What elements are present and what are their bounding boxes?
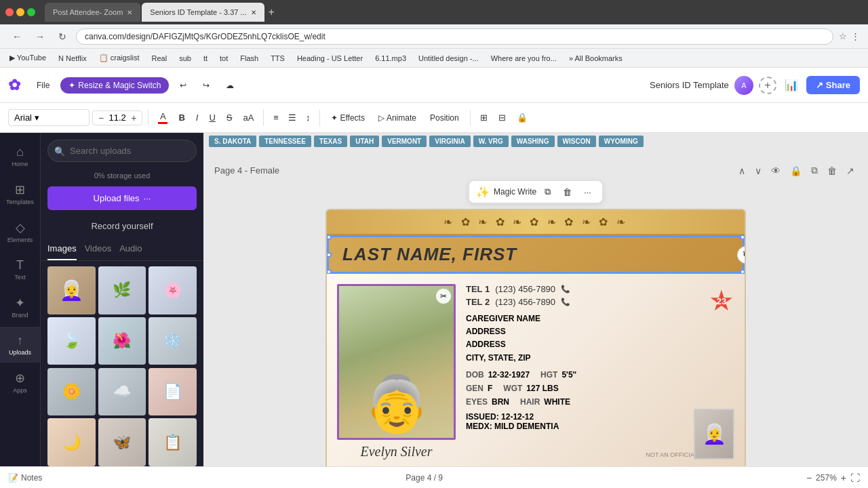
grid-btn[interactable]: ⊟ — [494, 110, 510, 125]
bookmark-where[interactable]: Where are you fro... — [487, 53, 561, 64]
text-color-btn[interactable]: A — [154, 108, 172, 127]
tab-1[interactable]: Post Attendee- Zoom ✕ — [45, 3, 140, 22]
thumb-7[interactable]: 🌼 — [47, 368, 96, 416]
bookmark-sub[interactable]: sub — [175, 53, 195, 64]
sidebar-elements-btn[interactable]: ◇ Elements — [0, 214, 40, 250]
thumb-11[interactable]: 🦋 — [98, 418, 146, 466]
thumb-6[interactable]: ❄️ — [149, 317, 197, 365]
font-size-increase[interactable]: + — [130, 113, 138, 123]
bookmark-flash[interactable]: Flash — [236, 53, 262, 64]
sidebar-uploads-btn[interactable]: ↑ Uploads — [0, 327, 40, 363]
animate-btn[interactable]: ▷ Animate — [373, 110, 422, 125]
tab-tennessee[interactable]: TENNESSEE — [259, 136, 311, 147]
page-4-copy[interactable]: ⧉ — [808, 163, 821, 178]
page-4-export[interactable]: ↗ — [844, 164, 857, 178]
reload-btn[interactable]: ↻ — [54, 30, 71, 43]
tab-virginia[interactable]: VIRGINIA — [429, 136, 470, 147]
page-4-up[interactable]: ∧ — [736, 164, 748, 178]
magic-write-label[interactable]: Magic Write — [494, 187, 536, 197]
sidebar-text-btn[interactable]: T Text — [0, 251, 40, 287]
bookmark-youtube[interactable]: ▶ YouTube — [5, 52, 50, 64]
thumb-9[interactable]: 📄 — [149, 368, 197, 416]
page-4-delete[interactable]: 🗑 — [825, 164, 840, 178]
more-page-btn[interactable]: ··· — [580, 184, 595, 200]
record-yourself-btn[interactable]: Record yourself — [41, 217, 203, 235]
share-btn[interactable]: ↗ Share — [806, 76, 860, 94]
tab-sdakota[interactable]: S. DAKOTA — [209, 136, 256, 147]
forward-btn[interactable]: → — [31, 30, 49, 43]
analytics-btn[interactable]: 📊 — [782, 76, 801, 94]
tab-wiscon[interactable]: WISCON — [557, 136, 596, 147]
settings-icon[interactable]: ⋮ — [851, 31, 860, 41]
url-input[interactable] — [76, 28, 833, 45]
position-btn[interactable]: Position — [425, 110, 465, 125]
tab-2-close[interactable]: ✕ — [251, 9, 256, 16]
bookmark-craigslist[interactable]: 📋 craigslist — [95, 52, 144, 64]
thumb-8[interactable]: ☁️ — [98, 368, 146, 416]
zoom-out-btn[interactable]: − — [806, 472, 812, 483]
bookmark-mp3[interactable]: 6.11.mp3 — [371, 53, 410, 64]
bookmark-all[interactable]: » All Bookmarks — [565, 53, 627, 64]
notes-btn[interactable]: 📝 Notes — [8, 473, 42, 483]
effects-btn[interactable]: ✦ Effects — [326, 110, 370, 125]
tab-videos[interactable]: Videos — [85, 238, 112, 260]
tab-washing[interactable]: WASHING — [511, 136, 555, 147]
sidebar-template-btn[interactable]: ⊞ Templates — [0, 176, 40, 212]
tab-audio[interactable]: Audio — [119, 238, 142, 260]
fullscreen-btn[interactable]: ⛶ — [850, 472, 860, 483]
page-4-lock[interactable]: 🔒 — [787, 164, 804, 178]
bookmark-tts[interactable]: TTS — [267, 53, 289, 64]
thumb-2[interactable]: 🌿 — [98, 266, 146, 314]
thumb-4[interactable]: 🍃 — [47, 317, 96, 365]
max-btn[interactable] — [27, 8, 35, 16]
bookmark-tot[interactable]: tot — [216, 53, 232, 64]
thumb-5[interactable]: 🌺 — [98, 317, 146, 365]
italic-btn[interactable]: I — [192, 110, 203, 125]
sidebar-brand-btn[interactable]: ✦ Brand — [0, 289, 40, 325]
refresh-name-btn[interactable]: ↻ — [737, 246, 746, 264]
bold-btn[interactable]: B — [174, 110, 189, 125]
tab-texas[interactable]: TEXAS — [314, 136, 347, 147]
photo-crop-icon[interactable]: ✂ — [436, 289, 451, 304]
bookmark-heading[interactable]: Heading - US Letter — [293, 53, 367, 64]
resize-magic-btn[interactable]: ✦ Resize & Magic Switch — [60, 77, 169, 94]
tab-2[interactable]: Seniors ID Template - 3.37 ... ✕ — [142, 3, 264, 22]
bookmark-tt[interactable]: tt — [199, 53, 212, 64]
tab-wyoming[interactable]: WYOMING — [599, 136, 644, 147]
thumb-10[interactable]: 🌙 — [47, 418, 96, 466]
lock-btn[interactable]: 🔒 — [513, 110, 532, 125]
tab-utah[interactable]: UTAH — [350, 136, 379, 147]
align-left-btn[interactable]: ≡ — [269, 110, 283, 125]
card-name[interactable]: LAST NAME, FIRST — [342, 244, 517, 264]
add-collaborator-btn[interactable]: + — [759, 77, 776, 94]
upload-files-btn[interactable]: Upload files ··· — [47, 186, 197, 210]
tab-images[interactable]: Images — [47, 238, 77, 260]
thumb-1[interactable]: 👩‍🦳 — [47, 266, 96, 314]
tab-wvrg[interactable]: W. VRG — [473, 136, 509, 147]
pixel-btn[interactable]: ⊞ — [476, 110, 492, 125]
search-input[interactable] — [47, 140, 197, 162]
align-spacing-btn[interactable]: ↕ — [302, 110, 315, 125]
delete-page-btn[interactable]: 🗑 — [559, 184, 576, 200]
tab-add-btn[interactable]: + — [269, 6, 275, 18]
strikethrough-btn[interactable]: S — [222, 110, 237, 125]
close-btn[interactable] — [5, 8, 14, 16]
font-selector[interactable]: Arial ▾ — [8, 109, 90, 126]
sidebar-home-btn[interactable]: ⌂ Home — [0, 138, 40, 174]
bookmark-real[interactable]: Real — [148, 53, 172, 64]
align-list-btn[interactable]: ☰ — [284, 110, 300, 125]
case-btn[interactable]: aA — [239, 110, 258, 125]
underline-btn[interactable]: U — [205, 110, 219, 125]
bookmark-untitled[interactable]: Untitled design -... — [414, 53, 483, 64]
id-photo[interactable]: 👵 ✂ — [337, 284, 456, 440]
thumb-12[interactable]: 📋 — [149, 418, 197, 466]
undo-btn[interactable]: ↩ — [174, 78, 192, 93]
bookmark-netflix[interactable]: N Netflix — [54, 53, 91, 64]
sidebar-apps-btn[interactable]: ⊕ Apps — [0, 364, 40, 401]
save-status-btn[interactable]: ☁ — [220, 78, 239, 93]
tab-1-close[interactable]: ✕ — [127, 9, 132, 16]
font-size-decrease[interactable]: − — [97, 113, 105, 123]
copy-page-btn[interactable]: ⧉ — [540, 184, 555, 200]
zoom-in-btn[interactable]: + — [841, 472, 846, 483]
redo-btn[interactable]: ↪ — [197, 78, 215, 93]
